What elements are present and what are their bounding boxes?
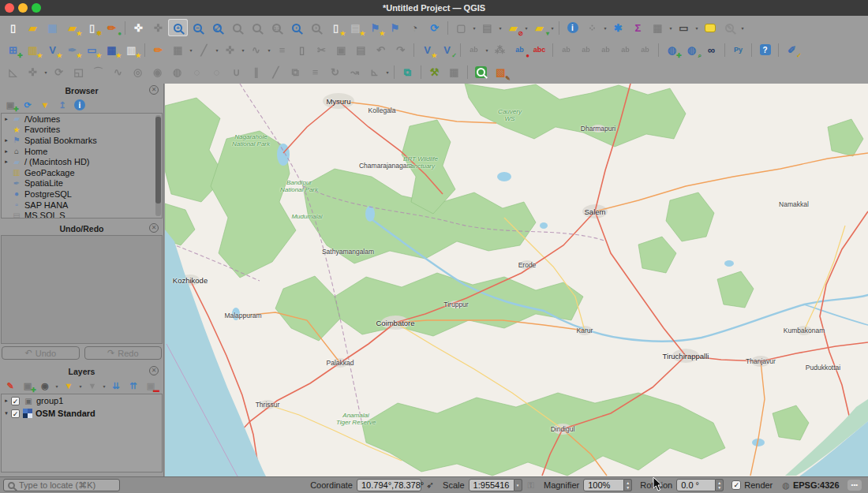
layer-labeling-button[interactable]: ab	[464, 41, 484, 58]
copy-paste-style-button[interactable]: ⧉	[398, 64, 417, 81]
browser-item-favorites[interactable]: ★Favorites	[2, 125, 162, 136]
add-group-button[interactable]: ▣✚	[19, 379, 36, 393]
new-virtual-layer-button[interactable]: ▭★	[82, 41, 102, 58]
select-features-button[interactable]: ▢	[451, 19, 471, 36]
browser-tree[interactable]: ▸▰/Volumes★Favorites▸⚑Spatial Bookmarks▸…	[1, 113, 163, 218]
processing-toolbox-button[interactable]: ✱	[608, 19, 628, 36]
split-parts-button[interactable]: ∥	[246, 64, 266, 81]
browser-item-sap-hana[interactable]: ▫SAP HANA	[2, 200, 162, 211]
layer-item-group1[interactable]: ▸✓▣group1	[2, 394, 162, 407]
select-all-button[interactable]: ▰▾	[529, 19, 549, 36]
save-project-button[interactable]: ▦	[43, 19, 62, 36]
manage-visibility-dropdown-icon[interactable]: ▾	[54, 383, 60, 389]
add-ring-button[interactable]: ◎	[128, 64, 148, 81]
pan-map-button[interactable]: ✜	[129, 19, 148, 36]
map-canvas[interactable]: MysuruKollegalaChamarajanagaraKozhikodeM…	[165, 84, 868, 476]
expand-arrow-icon[interactable]: ▾	[2, 410, 11, 416]
paste-features-button[interactable]: ▤	[351, 41, 371, 58]
magnifier-spinbox[interactable]: 100% ▲▼	[583, 479, 632, 491]
deselect-all-layers-dropdown-icon[interactable]: ▾	[523, 25, 529, 31]
digitize-dropdown-icon[interactable]: ▾	[214, 47, 220, 53]
browser-item-volumes[interactable]: ▸▰/Volumes	[2, 114, 162, 125]
browser-scrollbar[interactable]	[155, 115, 161, 216]
browser-item-ms-sql-s[interactable]: ▤MS SQL S	[2, 210, 162, 218]
collapse-all-button[interactable]: ⇈	[125, 379, 142, 393]
redo-button[interactable]: ↷	[391, 41, 410, 58]
osm-search-plugin-button[interactable]	[471, 64, 491, 81]
attribute-table-dropdown-icon[interactable]: ▾	[668, 25, 674, 31]
move-feature-button[interactable]: ✜	[220, 41, 240, 58]
filter-legend-dropdown-icon[interactable]: ▾	[77, 383, 84, 389]
browser-properties-button[interactable]: i	[71, 98, 88, 112]
digitize-button[interactable]: ╱	[194, 41, 214, 58]
new-project-button[interactable]: ▯	[3, 19, 23, 36]
save-layer-edits-button[interactable]: ▦	[168, 41, 188, 58]
change-label-button[interactable]: ab	[635, 41, 655, 58]
new-gpx-layer-button[interactable]: ▥★	[122, 41, 141, 58]
show-hide-labels-button[interactable]: ab	[576, 41, 596, 58]
add-part-button[interactable]: ◉	[148, 64, 167, 81]
split-features-button[interactable]: ╱	[266, 64, 286, 81]
remove-layer-button[interactable]: ▣▬	[142, 379, 159, 393]
osm-place-search-button[interactable]: ∞	[702, 41, 721, 58]
metasearch-add-button[interactable]: ◍✚	[662, 41, 682, 58]
manage-visibility-button[interactable]: ◉	[36, 379, 54, 393]
browser-item-home[interactable]: ▸⌂Home	[2, 146, 162, 157]
temporal-controller-button[interactable]: ◔	[405, 19, 425, 36]
browser-filter-button[interactable]: ▼	[36, 98, 54, 112]
merge-features-button[interactable]: ⧉	[286, 64, 305, 81]
zoom-in-button[interactable]: +	[168, 19, 188, 36]
maximize-window-button[interactable]	[32, 3, 41, 13]
vertex-tool-button[interactable]: ∿	[246, 41, 266, 58]
style-manager-button[interactable]: ✏●	[102, 19, 122, 36]
show-bookmarks-button[interactable]: ⚑	[385, 19, 405, 36]
filter-expression-dropdown-icon[interactable]: ▾	[101, 383, 107, 389]
quickosm-plugin-button[interactable]: ▧✎	[491, 64, 511, 81]
layer-diagram-button[interactable]: ⁂	[490, 41, 510, 58]
undo-button[interactable]: ↶	[371, 41, 391, 58]
map-tips-button[interactable]	[700, 19, 720, 36]
select-by-value-button[interactable]: ▤	[477, 19, 497, 36]
measure-button[interactable]: ▭	[674, 19, 694, 36]
identify-features-button[interactable]: i	[563, 19, 582, 36]
expand-arrow-icon[interactable]: ▸	[2, 398, 11, 404]
filter-expression-button[interactable]: ▼	[84, 379, 101, 393]
deselect-all-layers-button[interactable]: ▰⊘	[503, 19, 523, 36]
new-print-layout-button[interactable]: ▯★	[326, 19, 346, 36]
minimize-window-button[interactable]	[18, 3, 28, 13]
new-spatialite-layer-button[interactable]: ✒★	[62, 41, 82, 58]
browser-add-layer-button[interactable]: ▣✚	[2, 98, 19, 112]
move-feature-copy-button[interactable]: ✜	[23, 64, 43, 81]
select-features-dropdown-icon[interactable]: ▾	[471, 25, 477, 31]
layers-close-icon[interactable]: ✕	[149, 366, 159, 375]
zoom-last-button[interactable]: ‹	[286, 19, 306, 36]
rotation-spinbox[interactable]: 0.0 ° ▲▼	[676, 479, 724, 491]
layers-tree[interactable]: ▸✓▣group1▾✓OSM Standard	[1, 394, 163, 472]
cut-features-button[interactable]: ✂	[312, 41, 331, 58]
undoredo-close-icon[interactable]: ✕	[149, 223, 159, 233]
rotate-point-symbols-button[interactable]: ↻	[325, 64, 345, 81]
refresh-map-button[interactable]: ⟳	[425, 19, 444, 36]
extents-toggle-icon[interactable]: ➶	[426, 480, 434, 491]
layer-labeling-dropdown-icon[interactable]: ▾	[484, 47, 490, 53]
expand-arrow-icon[interactable]: ▸	[2, 137, 11, 144]
layer-visibility-checkbox[interactable]: ✓	[11, 409, 20, 418]
attribute-grid-button[interactable]: ▦	[444, 64, 464, 81]
select-all-dropdown-icon[interactable]: ▾	[549, 25, 556, 31]
open-project-button[interactable]: ▰	[23, 19, 43, 36]
zoom-next-button[interactable]: ›	[306, 19, 326, 36]
layout-manager-button[interactable]: ▤★	[346, 19, 365, 36]
rotate-label-button[interactable]: ab	[615, 41, 635, 58]
scale-feature-button[interactable]: ◱	[69, 64, 88, 81]
expand-all-button[interactable]: ⇊	[107, 379, 125, 393]
scale-combobox[interactable]: 1:955416 ▾	[469, 479, 522, 491]
move-label-button[interactable]: ab	[596, 41, 615, 58]
locate-search-input[interactable]: Type to locate (⌘K)	[3, 479, 120, 491]
new-shapefile-layer-button[interactable]: V★	[43, 41, 62, 58]
simplify-feature-button[interactable]: ∿	[108, 64, 128, 81]
save-layer-edits-dropdown-icon[interactable]: ▾	[188, 47, 194, 53]
toggle-editing-button[interactable]: ✏	[148, 41, 168, 58]
trim-extend-dropdown-icon[interactable]: ▾	[384, 69, 391, 75]
rotate-feature-button[interactable]: ⟳	[49, 64, 69, 81]
vertex-tool-all-layers-button[interactable]: V★	[417, 41, 437, 58]
